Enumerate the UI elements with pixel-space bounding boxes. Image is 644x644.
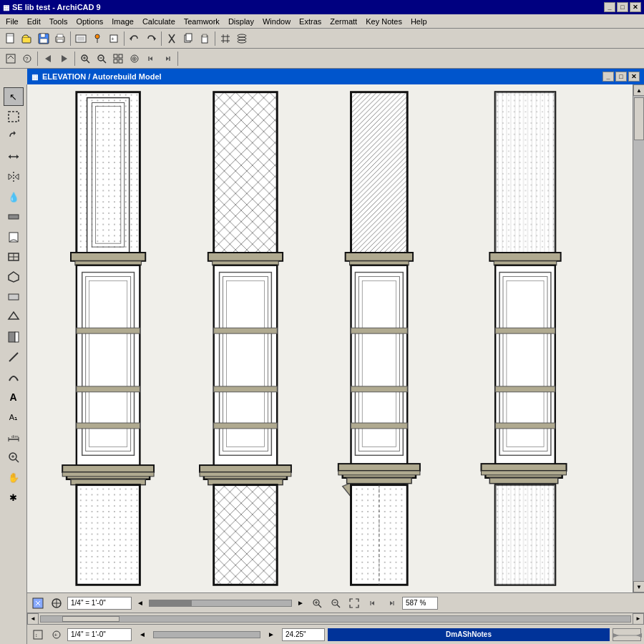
tool-wall[interactable] <box>4 208 24 226</box>
zoom-fit-btn2[interactable] <box>346 595 362 611</box>
svg-point-27 <box>238 34 246 37</box>
zoom-percent-field: 587 % <box>402 597 438 610</box>
tool-window[interactable] <box>4 248 24 266</box>
right-scrollbar[interactable]: ▲ ▼ <box>633 84 644 592</box>
svg-line-70 <box>9 353 18 361</box>
toolbar-row1: + <box>0 29 644 49</box>
hscroll-right-button[interactable]: ► <box>633 613 644 625</box>
toolbar-save[interactable] <box>36 31 52 47</box>
status2-icon1[interactable]: ↕ <box>30 627 46 643</box>
bottom-scrollbar[interactable]: ◄ ► <box>27 613 644 624</box>
scroll-thumb[interactable] <box>634 97 644 140</box>
menu-help[interactable]: Help <box>406 16 431 26</box>
tool-marquee[interactable] <box>4 107 24 126</box>
scroll-track[interactable] <box>633 96 644 581</box>
nav2-right-button[interactable]: ► <box>263 627 279 643</box>
toolbar-zoom-in-btn[interactable] <box>77 51 93 67</box>
toolbar-r1[interactable] <box>3 51 19 67</box>
tool-fill[interactable] <box>4 328 24 346</box>
tool-stretch[interactable] <box>4 147 24 166</box>
menu-tools[interactable]: Tools <box>45 16 72 26</box>
status-icon2[interactable] <box>49 595 64 611</box>
toolbar-zoom-fit[interactable] <box>110 51 126 67</box>
tool-label[interactable]: A₁ <box>4 408 24 426</box>
tool-mirror[interactable] <box>4 167 24 186</box>
toolbar-zoom-out-btn[interactable] <box>94 51 109 67</box>
nav2-left-button[interactable]: ◄ <box>135 627 150 643</box>
app-icon: ▦ <box>3 4 9 11</box>
toolbar-pan[interactable]: ⊕ <box>127 51 142 67</box>
toolbar-open[interactable] <box>19 31 35 47</box>
toolbar-navigate-back[interactable] <box>40 51 56 67</box>
svg-rect-4 <box>41 34 45 37</box>
tool-object[interactable] <box>4 268 24 286</box>
toolbar-inject[interactable]: + <box>106 31 122 47</box>
tool-roof[interactable] <box>4 308 24 326</box>
zoom-prev-btn[interactable] <box>365 595 381 611</box>
menu-image[interactable]: Image <box>107 16 138 26</box>
hscroll-left-button[interactable]: ◄ <box>27 613 39 625</box>
toolbar-layers[interactable] <box>234 31 250 47</box>
toolbar-plotsetup[interactable] <box>73 31 89 47</box>
toolbar-new[interactable] <box>3 31 19 47</box>
tool-rotate[interactable] <box>4 127 24 146</box>
tool-zoom-region[interactable] <box>4 448 24 467</box>
tool-arc[interactable] <box>4 368 24 386</box>
inner-maximize-button[interactable]: □ <box>615 72 627 82</box>
inner-window-title-text: ELEVATION / Autorebuild Model <box>42 72 602 81</box>
hscroll2[interactable] <box>153 631 260 638</box>
nav-left-button[interactable]: ◄ <box>135 595 146 611</box>
menu-calculate[interactable]: Calculate <box>138 16 180 26</box>
zoom-out-btn2[interactable] <box>328 595 343 611</box>
toolbar-undo[interactable] <box>127 31 142 47</box>
zoom-in-btn2[interactable] <box>309 595 325 611</box>
svg-rect-116 <box>208 253 283 261</box>
tool-cursor-star[interactable]: ✱ <box>4 488 24 507</box>
inner-close-button[interactable]: ✕ <box>628 72 640 82</box>
toolbar-redo[interactable] <box>143 31 159 47</box>
hscroll-track[interactable] <box>40 615 631 623</box>
tool-select[interactable]: ↖ <box>4 87 24 106</box>
toolbar-navigate-fwd[interactable] <box>57 51 72 67</box>
toolbar-grid[interactable] <box>218 31 233 47</box>
toolbar-prev-zoom[interactable] <box>143 51 159 67</box>
toolbar-copy[interactable] <box>180 31 196 47</box>
toolbar-next-zoom[interactable] <box>160 51 175 67</box>
tool-slab[interactable] <box>4 288 24 306</box>
toolbar-cut[interactable] <box>164 31 180 47</box>
tool-door[interactable] <box>4 228 24 246</box>
close-button[interactable]: ✕ <box>630 2 641 12</box>
status-bar1: 1/4" = 1'-0" ◄ ► <box>27 592 644 613</box>
zoom-next-btn[interactable] <box>384 595 399 611</box>
nav-right-button[interactable]: ► <box>295 595 306 611</box>
menu-window[interactable]: Window <box>258 16 295 26</box>
toolbar-paste[interactable] <box>197 31 213 47</box>
status2-icon2[interactable]: + <box>49 627 64 643</box>
zoom-slider[interactable] <box>149 600 292 607</box>
menu-edit[interactable]: Edit <box>23 16 45 26</box>
scroll-down-button[interactable]: ▼ <box>633 581 644 592</box>
tool-text[interactable]: A <box>4 388 24 406</box>
menu-zermatt[interactable]: Zermatt <box>326 16 361 26</box>
maximize-button[interactable]: □ <box>617 2 628 12</box>
menu-extras[interactable]: Extras <box>295 16 326 26</box>
menu-display[interactable]: Display <box>224 16 258 26</box>
canvas-area[interactable] <box>27 84 633 592</box>
menu-keynotes[interactable]: Key Notes <box>361 16 406 26</box>
toolbar-print[interactable] <box>52 31 68 47</box>
status-icon1[interactable] <box>30 595 46 611</box>
inner-minimize-button[interactable]: _ <box>602 72 614 82</box>
toolbar-r2[interactable]: ? <box>19 51 35 67</box>
toolbar-eyedropper[interactable] <box>89 31 105 47</box>
minimize-button[interactable]: _ <box>604 2 615 12</box>
scroll-up-button[interactable]: ▲ <box>633 84 644 96</box>
tool-eyedropper[interactable]: 💧 <box>4 187 24 206</box>
tool-dimension[interactable]: dim <box>4 428 24 447</box>
svg-rect-109 <box>77 423 140 429</box>
hscroll-thumb[interactable] <box>62 616 119 622</box>
menu-file[interactable]: File <box>1 16 23 26</box>
tool-hand[interactable]: ✋ <box>4 468 24 487</box>
tool-line[interactable] <box>4 348 24 366</box>
menu-teamwork[interactable]: Teamwork <box>180 16 224 26</box>
menu-options[interactable]: Options <box>72 16 107 26</box>
